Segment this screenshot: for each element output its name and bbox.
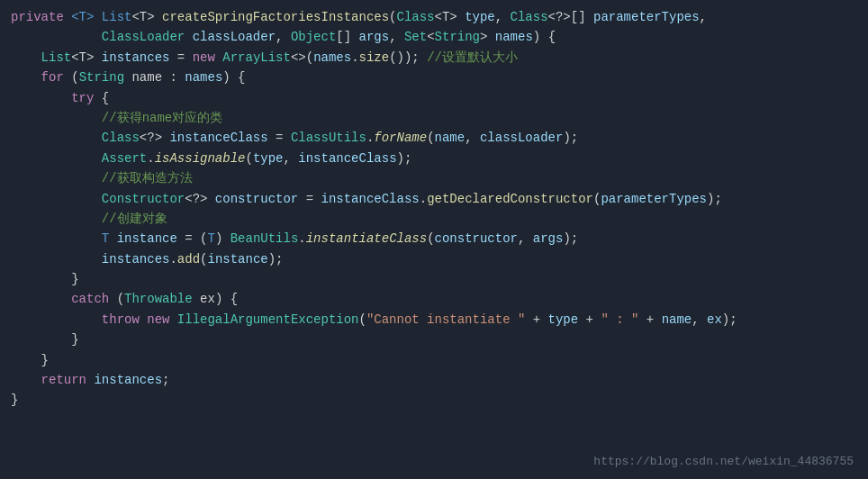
token: );	[707, 192, 722, 206]
token: ) {	[533, 30, 556, 44]
code-line: }	[0, 269, 868, 289]
code-content: }	[11, 350, 857, 370]
token: size	[359, 50, 390, 65]
token: constructor	[215, 192, 298, 206]
code-content: //获得name对应的类	[11, 108, 857, 128]
token: ());	[389, 50, 427, 65]
token: String	[79, 70, 124, 85]
blog-url: https://blog.csdn.net/weixin_44836755	[593, 453, 854, 472]
token: (	[109, 292, 124, 306]
token	[11, 70, 41, 85]
token: T	[207, 231, 214, 246]
token: <T>	[71, 50, 102, 65]
code-line: throw new IllegalArgumentException("Cann…	[0, 310, 868, 330]
code-line: Assert.isAssignable(type, instanceClass)…	[0, 149, 868, 168]
token: List	[41, 50, 72, 65]
token	[140, 312, 147, 327]
token: instance	[207, 252, 267, 267]
token: ArrayList	[222, 50, 291, 65]
code-content: try {	[11, 88, 857, 108]
token: <	[427, 30, 434, 44]
code-line: Constructor<?> constructor = instanceCla…	[0, 189, 868, 209]
token: Class	[511, 10, 548, 24]
token: new	[147, 312, 177, 327]
token: Constructor	[102, 192, 185, 206]
token: ,	[465, 131, 480, 145]
token: .	[298, 231, 305, 246]
token: T	[102, 231, 117, 246]
code-content: T instance = (T) BeanUtils.instantiateCl…	[11, 229, 857, 249]
token: (	[64, 70, 79, 85]
token: }	[11, 353, 49, 367]
token	[11, 151, 102, 166]
code-content: return instances;	[11, 370, 857, 390]
code-line: catch (Throwable ex) {	[0, 289, 868, 309]
code-content: throw new IllegalArgumentException("Cann…	[11, 310, 857, 330]
token: instance	[117, 231, 177, 246]
code-line: //获得name对应的类	[0, 108, 868, 128]
token: throw	[102, 312, 140, 327]
code-line: }	[0, 350, 868, 370]
code-content: ClassLoader classLoader, Object[] args, …	[11, 27, 857, 47]
token: type	[465, 10, 495, 24]
token: ClassLoader	[102, 30, 185, 44]
token	[11, 30, 102, 44]
token: ;	[162, 373, 169, 387]
token: ) {	[222, 70, 245, 85]
token: ,	[284, 151, 299, 166]
token: parameterTypes	[593, 10, 700, 24]
token: instances	[102, 252, 170, 267]
token: " : "	[601, 312, 638, 327]
token	[11, 50, 41, 65]
code-content: for (String name : names) {	[11, 68, 857, 87]
token: type	[253, 151, 284, 166]
token: .	[147, 151, 154, 166]
code-content: catch (Throwable ex) {	[11, 289, 857, 309]
token: (	[427, 231, 434, 246]
token: .	[351, 50, 358, 65]
token: "Cannot instantiate "	[366, 312, 525, 327]
token: Object	[291, 30, 336, 44]
token	[11, 292, 71, 306]
token: args	[359, 30, 390, 44]
token: =	[169, 50, 192, 65]
token: instances	[102, 50, 170, 65]
token: );	[563, 131, 578, 145]
token: IllegalArgumentException	[177, 312, 359, 327]
code-content: List<T> instances = new ArrayList<>(name…	[11, 48, 857, 68]
code-line: }	[0, 330, 868, 349]
token: .	[169, 252, 176, 267]
token: String	[435, 30, 480, 44]
token: <T>	[435, 10, 466, 24]
code-line: instances.add(instance);	[0, 249, 868, 269]
token: catch	[71, 292, 109, 306]
token: = (	[177, 231, 208, 246]
token: +	[638, 312, 661, 327]
token: }	[11, 272, 79, 286]
token: []	[336, 30, 358, 44]
token	[11, 312, 102, 327]
token: for	[41, 70, 64, 85]
token: add	[177, 252, 200, 267]
token: <?>[]	[548, 10, 593, 24]
token: Class	[397, 10, 435, 24]
token: {	[94, 91, 109, 105]
token: );	[268, 252, 284, 267]
token: ex	[707, 312, 722, 327]
token: (	[245, 151, 252, 166]
code-line: ClassLoader classLoader, Object[] args, …	[0, 27, 868, 47]
token: Throwable	[124, 292, 193, 306]
token: //获取构造方法	[102, 171, 193, 185]
token: //创建对象	[102, 212, 167, 226]
token: <?>	[185, 192, 215, 206]
token: //设置默认大小	[427, 50, 518, 65]
token: names	[185, 70, 222, 85]
token: ,	[276, 30, 291, 44]
token	[11, 231, 102, 246]
code-content: //创建对象	[11, 209, 857, 229]
token: ,	[692, 312, 707, 327]
token: Class	[102, 131, 140, 145]
code-content: }	[11, 390, 857, 410]
token: new	[193, 50, 223, 65]
token: }	[11, 332, 79, 347]
